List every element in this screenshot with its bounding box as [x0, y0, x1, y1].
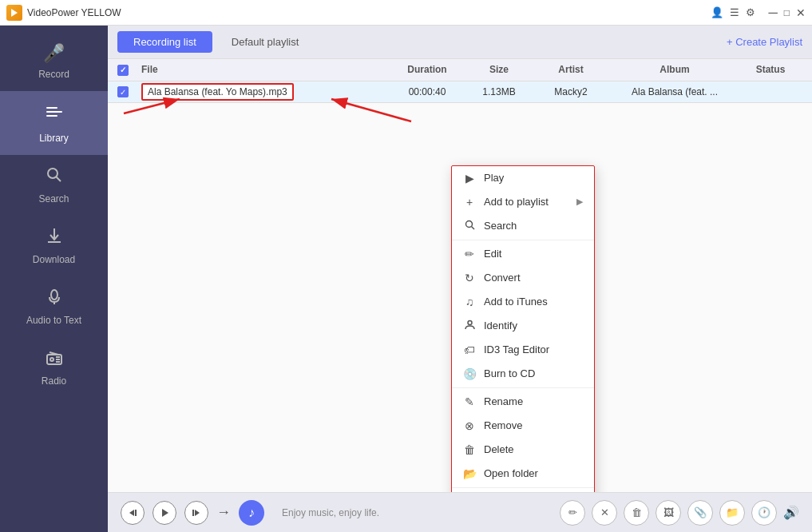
context-menu-edit[interactable]: ✏ Edit	[452, 242, 594, 266]
sidebar-item-search-label: Search	[38, 193, 69, 204]
tab-default-playlist[interactable]: Default playlist	[216, 31, 315, 53]
history-player-button[interactable]: 🕐	[751, 500, 777, 526]
sidebar-item-search[interactable]: Search	[0, 155, 108, 216]
context-menu-burn-to-cd[interactable]: 💿 Burn to CD	[452, 362, 594, 386]
context-menu-edit-label: Edit	[484, 248, 501, 260]
context-menu-search[interactable]: Search	[452, 214, 594, 238]
volume-icon[interactable]: 🔊	[783, 505, 799, 520]
edit-player-button[interactable]: ✏	[560, 500, 585, 526]
sidebar-item-record-label: Record	[38, 69, 69, 80]
context-menu-id3-tag-label: ID3 Tag Editor	[484, 343, 549, 355]
context-menu-burn-to-cd-label: Burn to CD	[484, 367, 535, 379]
sidebar-item-library[interactable]: Library	[0, 91, 108, 155]
delete-player-button[interactable]: 🗑	[624, 500, 649, 526]
tab-recording-list[interactable]: Recording list	[117, 31, 212, 53]
context-menu-cancel-selection[interactable]: 📋 Cancel selection	[452, 490, 594, 493]
table-row[interactable]: ✓ Ala Balansa (feat. Yo Maps).mp3 00:00:…	[108, 81, 812, 104]
logo-icon	[6, 5, 22, 21]
convert-menu-icon: ↻	[463, 272, 476, 284]
title-bar: VideoPower YELLOW 👤 ☰ ⚙ ─ □ ✕	[0, 0, 812, 26]
svg-rect-2	[46, 111, 62, 113]
library-icon	[44, 102, 65, 128]
context-menu-identify-label: Identify	[484, 320, 517, 332]
svg-marker-22	[129, 510, 134, 516]
prev-button[interactable]	[121, 501, 145, 525]
context-menu-delete[interactable]: 🗑 Delete	[452, 438, 594, 462]
itunes-menu-icon: ♫	[463, 296, 476, 308]
create-playlist-button[interactable]: + Create Playlist	[727, 36, 802, 48]
context-menu-open-folder[interactable]: 📂 Open folder	[452, 462, 594, 486]
svg-marker-25	[195, 510, 200, 516]
maximize-button[interactable]: □	[784, 7, 790, 18]
file-cell: Ala Balansa (feat. Yo Maps).mp3	[141, 86, 387, 97]
context-menu-search-label: Search	[484, 220, 517, 232]
context-menu-rename-label: Rename	[484, 395, 523, 407]
separator-3	[452, 487, 594, 488]
sidebar-item-audio-to-text-label: Audio to Text	[26, 315, 81, 326]
context-menu-play[interactable]: ▶ Play	[452, 166, 594, 190]
context-menu-delete-label: Delete	[484, 443, 514, 455]
player-right-buttons: ✏ ✕ 🗑 🖼 📎 📁 🕐 🔊	[560, 500, 799, 526]
context-menu-add-to-playlist[interactable]: + Add to playlist ▶	[452, 190, 594, 214]
sidebar-item-radio[interactable]: Radio	[0, 337, 108, 398]
image-player-button[interactable]: 🖼	[656, 500, 681, 526]
col-header-album: Album	[611, 64, 739, 75]
delete-menu-icon: 🗑	[463, 443, 476, 456]
separator-2	[452, 387, 594, 388]
context-menu-convert[interactable]: ↻ Convert	[452, 266, 594, 290]
play-menu-icon: ▶	[463, 172, 476, 185]
context-menu-rename[interactable]: ✎ Rename	[452, 390, 594, 414]
sidebar-item-download-label: Download	[33, 254, 75, 265]
user-icon[interactable]: 👤	[711, 6, 723, 18]
svg-rect-26	[192, 510, 194, 516]
context-menu-open-folder-label: Open folder	[484, 467, 538, 479]
sidebar-item-record[interactable]: 🎤 Record	[0, 32, 108, 91]
sidebar-item-library-label: Library	[39, 133, 69, 144]
menu-icon[interactable]: ☰	[730, 6, 739, 18]
table-header: ✓ File Duration Size Artist Album Status	[108, 59, 812, 81]
search-menu-icon	[463, 220, 476, 232]
context-menu-id3-tag-editor[interactable]: 🏷 ID3 Tag Editor	[452, 338, 594, 362]
attach-player-button[interactable]: 📎	[687, 500, 713, 526]
svg-rect-23	[135, 510, 137, 516]
content-area: Recording list Default playlist + Create…	[108, 26, 812, 532]
edit-menu-icon: ✏	[463, 248, 476, 260]
context-menu-remove[interactable]: ⊗ Remove	[452, 414, 594, 438]
context-menu-convert-label: Convert	[484, 272, 521, 284]
row-checkbox[interactable]: ✓	[117, 86, 129, 97]
col-header-status: Status	[739, 64, 802, 75]
context-menu-add-to-playlist-label: Add to playlist	[484, 196, 549, 208]
sidebar-item-audio-to-text[interactable]: Audio to Text	[0, 276, 108, 337]
audio-to-text-icon	[46, 288, 63, 310]
player-mode-button[interactable]: ♪	[239, 500, 264, 526]
player-tagline: Enjoy music, enjoy life.	[282, 507, 379, 518]
sidebar-item-radio-label: Radio	[42, 375, 66, 387]
remove-player-button[interactable]: ✕	[592, 500, 617, 526]
next-button[interactable]	[184, 501, 208, 525]
sidebar: 🎤 Record Library Search Download	[0, 26, 108, 532]
close-button[interactable]: ✕	[796, 6, 806, 19]
app-logo: VideoPower YELLOW	[6, 5, 121, 21]
submenu-arrow-icon: ▶	[576, 197, 583, 207]
settings-icon[interactable]: ⚙	[746, 6, 755, 18]
svg-point-11	[50, 358, 53, 361]
svg-point-21	[468, 320, 472, 324]
svg-point-4	[48, 169, 57, 178]
separator-1	[452, 240, 594, 240]
svg-point-8	[51, 290, 57, 300]
svg-marker-0	[11, 9, 18, 17]
context-menu-add-to-itunes[interactable]: ♫ Add to iTunes	[452, 290, 594, 314]
select-all-checkbox[interactable]: ✓	[117, 65, 129, 76]
minimize-button[interactable]: ─	[768, 6, 777, 20]
burn-cd-menu-icon: 💿	[463, 367, 476, 380]
context-menu-identify[interactable]: Identify	[452, 314, 594, 338]
play-pause-button[interactable]	[152, 501, 176, 525]
sidebar-item-download[interactable]: Download	[0, 216, 108, 276]
context-menu-play-label: Play	[484, 172, 504, 184]
duration-cell: 00:00:40	[387, 86, 467, 97]
radio-icon	[46, 348, 63, 371]
window-controls: 👤 ☰ ⚙ ─ □ ✕	[711, 6, 806, 20]
id3-menu-icon: 🏷	[463, 343, 476, 356]
col-header-file: File	[141, 64, 387, 75]
folder-player-button[interactable]: 📁	[719, 500, 745, 526]
